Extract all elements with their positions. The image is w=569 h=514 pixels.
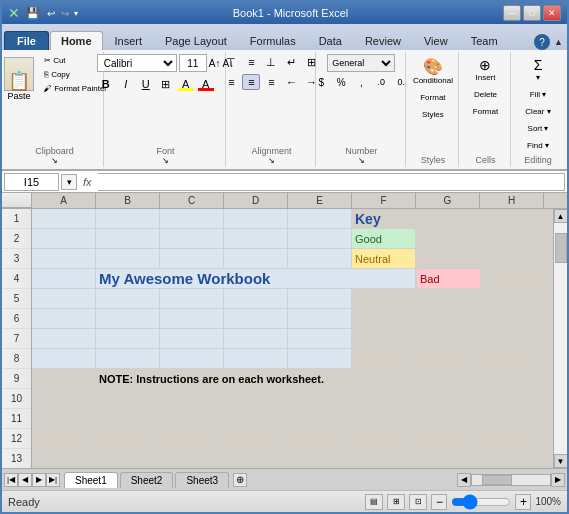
col-header-d[interactable]: D — [224, 193, 288, 208]
cell-e10[interactable] — [288, 389, 352, 409]
col-header-g[interactable]: G — [416, 193, 480, 208]
col-header-c[interactable]: C — [160, 193, 224, 208]
cell-h5[interactable] — [480, 289, 544, 309]
underline-button[interactable]: U — [137, 76, 155, 92]
save-icon[interactable]: 💾 — [24, 7, 42, 20]
tab-formulas[interactable]: Formulas — [239, 31, 307, 50]
tab-insert[interactable]: Insert — [104, 31, 154, 50]
autosum-button[interactable]: Σ▾ — [524, 54, 552, 85]
decrease-decimal-button[interactable]: .0 — [372, 74, 390, 90]
cell-b7[interactable] — [96, 329, 160, 349]
percent-button[interactable]: % — [332, 74, 350, 90]
currency-button[interactable]: $ — [312, 74, 330, 90]
cell-h2[interactable] — [480, 229, 544, 249]
cell-b12[interactable] — [96, 429, 160, 449]
formula-expand-button[interactable]: ▾ — [61, 174, 77, 190]
cell-a11[interactable] — [32, 409, 96, 429]
cell-h10[interactable] — [480, 389, 544, 409]
cell-c10[interactable] — [160, 389, 224, 409]
cell-d6[interactable] — [224, 309, 288, 329]
cell-f5[interactable] — [352, 289, 416, 309]
help-icon[interactable]: ? — [534, 34, 550, 50]
cell-c5[interactable] — [160, 289, 224, 309]
cell-d1[interactable] — [224, 209, 288, 229]
delete-cells-button[interactable]: Delete — [469, 87, 502, 102]
cell-e6[interactable] — [288, 309, 352, 329]
cell-d10[interactable] — [224, 389, 288, 409]
fill-color-button[interactable]: A — [177, 76, 195, 92]
sheet-tab-sheet2[interactable]: Sheet2 — [120, 472, 174, 488]
sheet-nav-prev[interactable]: ◀ — [18, 473, 32, 487]
number-format-selector[interactable]: General — [327, 54, 395, 72]
cell-h6[interactable] — [480, 309, 544, 329]
cell-g4[interactable] — [481, 269, 545, 289]
cell-e13[interactable] — [288, 449, 352, 468]
font-size-up-icon[interactable]: A↑ — [209, 58, 221, 69]
font-expand-icon[interactable]: ↘ — [162, 156, 169, 165]
cell-d13[interactable] — [224, 449, 288, 468]
cell-d11[interactable] — [224, 409, 288, 429]
border-button[interactable]: ⊞ — [157, 76, 175, 92]
row-header-6[interactable]: 6 — [2, 309, 31, 329]
cell-c2[interactable] — [160, 229, 224, 249]
normal-view-button[interactable]: ▤ — [365, 494, 383, 510]
font-color-button[interactable]: A — [197, 76, 215, 92]
tab-data[interactable]: Data — [308, 31, 353, 50]
cell-c6[interactable] — [160, 309, 224, 329]
page-break-button[interactable]: ⊡ — [409, 494, 427, 510]
sheet-tab-sheet1[interactable]: Sheet1 — [64, 472, 118, 488]
cell-a4[interactable] — [32, 269, 96, 289]
cell-a9[interactable] — [32, 369, 96, 389]
cell-d3[interactable] — [224, 249, 288, 269]
cell-a12[interactable] — [32, 429, 96, 449]
maximize-button[interactable]: □ — [523, 5, 541, 21]
cell-g2[interactable] — [416, 229, 480, 249]
tab-file[interactable]: File — [4, 31, 49, 50]
h-scroll-thumb[interactable] — [482, 475, 512, 485]
cell-c1[interactable] — [160, 209, 224, 229]
formula-input[interactable] — [98, 173, 565, 191]
cell-g6[interactable] — [416, 309, 480, 329]
cell-h4[interactable] — [545, 269, 553, 289]
cell-e12[interactable] — [288, 429, 352, 449]
h-scroll-left[interactable]: ◀ — [457, 473, 471, 487]
cell-e11[interactable] — [288, 409, 352, 429]
cell-e1[interactable] — [288, 209, 352, 229]
cell-a10[interactable] — [32, 389, 96, 409]
row-header-8[interactable]: 8 — [2, 349, 31, 369]
cell-b2[interactable] — [96, 229, 160, 249]
zoom-minus-icon[interactable]: − — [431, 494, 447, 510]
fill-button[interactable]: Fill ▾ — [524, 87, 552, 102]
col-header-f[interactable]: F — [352, 193, 416, 208]
redo-icon[interactable]: ↪ — [60, 8, 70, 19]
wrap-text-button[interactable]: ↵ — [282, 54, 300, 70]
row-header-9[interactable]: 9 — [2, 369, 31, 389]
cell-g12[interactable] — [416, 429, 480, 449]
minimize-button[interactable]: ─ — [503, 5, 521, 21]
cell-f7[interactable] — [352, 329, 416, 349]
cell-f11[interactable] — [352, 409, 416, 429]
cell-f12[interactable] — [352, 429, 416, 449]
cell-b11[interactable] — [96, 409, 160, 429]
cell-d2[interactable] — [224, 229, 288, 249]
row-header-12[interactable]: 12 — [2, 429, 31, 449]
cell-h1[interactable] — [480, 209, 544, 229]
cell-a5[interactable] — [32, 289, 96, 309]
cell-c12[interactable] — [160, 429, 224, 449]
align-top-button[interactable]: ⊤ — [222, 54, 240, 70]
cell-b1[interactable] — [96, 209, 160, 229]
ribbon-minimize-icon[interactable]: ▲ — [554, 37, 563, 47]
cell-h13[interactable] — [480, 449, 544, 468]
cell-c7[interactable] — [160, 329, 224, 349]
cell-g11[interactable] — [416, 409, 480, 429]
row-header-5[interactable]: 5 — [2, 289, 31, 309]
close-button[interactable]: ✕ — [543, 5, 561, 21]
cell-f9[interactable] — [516, 369, 553, 389]
col-header-e[interactable]: E — [288, 193, 352, 208]
cell-a2[interactable] — [32, 229, 96, 249]
cell-h8[interactable] — [480, 349, 544, 369]
tab-view[interactable]: View — [413, 31, 459, 50]
italic-button[interactable]: I — [117, 76, 135, 92]
row-header-1[interactable]: 1 — [2, 209, 31, 229]
vertical-scrollbar[interactable]: ▲ ▼ — [553, 209, 567, 468]
